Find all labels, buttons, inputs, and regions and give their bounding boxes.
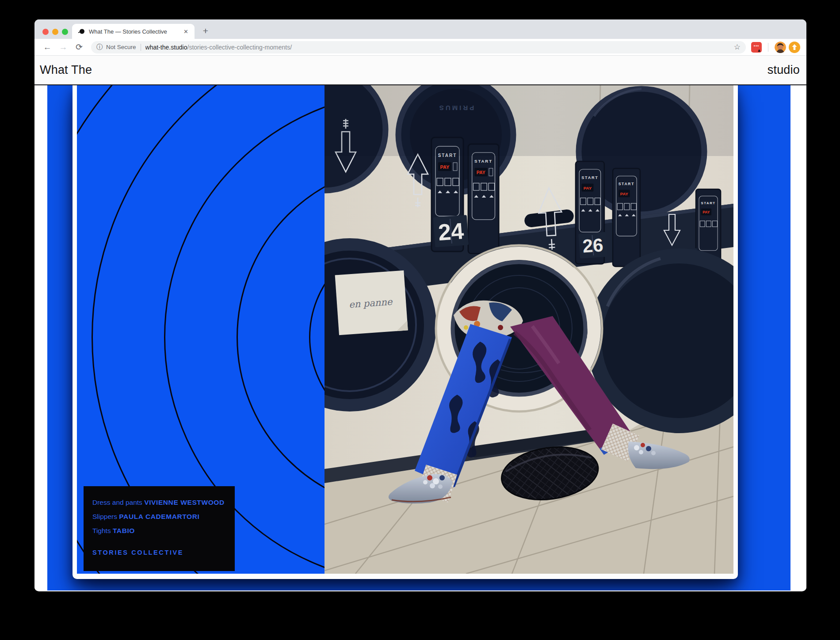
caption-brand: VIVIENNE WESTWOOD (144, 499, 225, 506)
tab-close-icon[interactable]: ✕ (182, 27, 190, 36)
arrow-up-icon (792, 44, 797, 50)
laundromat-photo: PRIMUS (325, 85, 733, 574)
laundromat-illustration: PRIMUS (325, 85, 733, 574)
caption-box: Dress and pants VIVIENNE WESTWOOD Slippe… (84, 486, 235, 571)
caption-line: Slippers PAULA CADEMARTORI (92, 510, 226, 524)
tab-stories-collective[interactable]: What The — Stories Collective ✕ (72, 24, 195, 39)
caption-line: Dress and pants VIVIENNE WESTWOOD (92, 495, 226, 510)
site-header: What The studio (34, 56, 806, 85)
caption-line: Tights TABIO (92, 524, 226, 538)
forward-icon[interactable]: → (57, 41, 70, 54)
caption-prefix: Slippers (92, 513, 119, 520)
url-path: /stories-collective-collecting-moments/ (187, 44, 292, 51)
site-logo-left[interactable]: What The (40, 63, 92, 77)
browser-window: What The — Stories Collective ✕ + ← → ⟳ … (34, 19, 806, 591)
zoom-window-button[interactable] (62, 29, 68, 35)
security-label: Not Secure (106, 44, 136, 50)
caption-prefix: Tights (92, 527, 113, 534)
profile-avatar[interactable] (775, 42, 786, 53)
page-viewport: Dress and pants VIVIENNE WESTWOOD Slippe… (34, 85, 806, 590)
extension-button[interactable]: ••• ▲ (751, 42, 762, 53)
update-button[interactable] (789, 42, 800, 53)
reload-icon[interactable]: ⟳ (73, 41, 86, 54)
avatar-illustration-icon (775, 42, 786, 53)
address-bar[interactable]: ⓘ Not Secure what-the.studio/stories-col… (91, 41, 746, 53)
favicon-dot-icon (78, 28, 85, 35)
omnibox-divider (141, 44, 141, 51)
caption-brand: TABIO (113, 527, 135, 534)
tab-title: What The — Stories Collective (89, 28, 182, 35)
tab-strip: What The — Stories Collective ✕ + (34, 19, 806, 39)
site-logo-right[interactable]: studio (767, 63, 800, 77)
extension-warning-icon: ▲ (757, 48, 761, 53)
close-window-button[interactable] (42, 29, 49, 35)
artwork: Dress and pants VIVIENNE WESTWOOD Slippe… (77, 85, 733, 574)
concentric-circles-panel: Dress and pants VIVIENNE WESTWOOD Slippe… (77, 85, 325, 574)
extension-dots-icon: ••• (754, 44, 759, 48)
browser-toolbar: ← → ⟳ ⓘ Not Secure what-the.studio/stori… (34, 39, 806, 56)
caption-credit: STORIES COLLECTIVE (92, 549, 226, 556)
toolbar-divider (768, 43, 768, 52)
bookmark-star-icon[interactable]: ☆ (734, 42, 741, 52)
back-icon[interactable]: ← (41, 41, 54, 54)
caption-brand: PAULA CADEMARTORI (119, 513, 199, 520)
new-tab-button[interactable]: + (199, 24, 212, 38)
url-text: what-the.studio/stories-collective-colle… (145, 44, 730, 51)
url-host: what-the.studio (145, 44, 187, 51)
minimize-window-button[interactable] (52, 29, 58, 35)
caption-prefix: Dress and pants (92, 499, 144, 506)
artwork-card: Dress and pants VIVIENNE WESTWOOD Slippe… (73, 85, 738, 579)
info-icon[interactable]: ⓘ (96, 43, 103, 51)
